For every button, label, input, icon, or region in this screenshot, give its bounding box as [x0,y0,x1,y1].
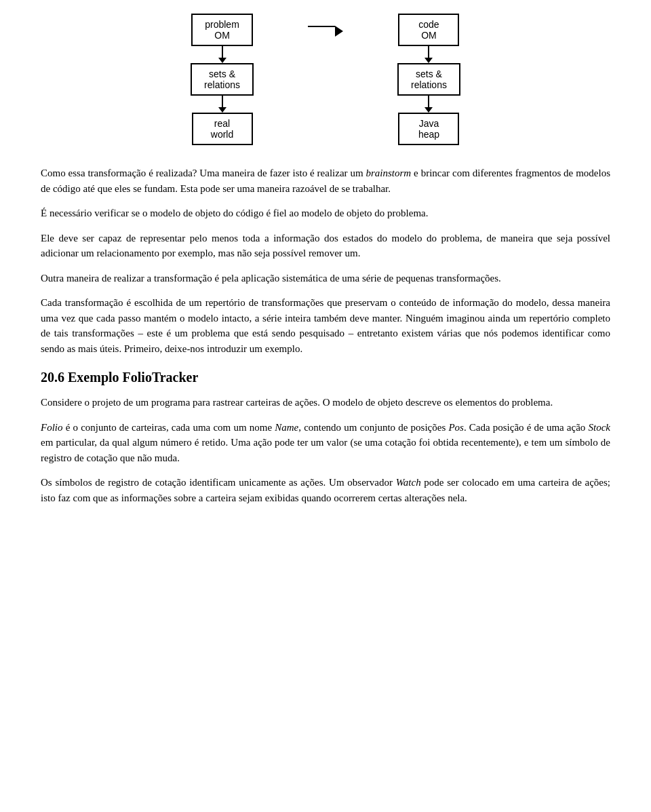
right-sets-relations-box: sets & relations [397,63,460,96]
horizontal-arrow [308,26,343,145]
problem-om-line2: OM [214,30,230,41]
watch-italic: Watch [396,477,421,488]
folio-italic: Folio [41,422,63,433]
real-world-line1: real [214,118,230,129]
name-italic: Name [275,422,298,433]
left-sets-relations-box: sets & relations [191,63,254,96]
paragraph-7: Folio é o conjunto de carteiras, cada um… [41,420,610,466]
section-heading: 20.6 Exemplo FolioTracker [41,370,610,385]
problem-om-line1: problem [205,19,239,30]
left-column: problem OM sets & relations real world [191,14,254,145]
code-om-line1: code [418,19,439,30]
paragraph-2: É necessário verificar se o modelo de ob… [41,206,610,221]
stock-italic: Stock [589,422,610,433]
paragraph-6: Considere o projeto de um programa para … [41,395,610,410]
paragraph-4: Outra maneira de realizar a transformaçã… [41,271,610,286]
code-om-line2: OM [421,30,437,41]
right-sets-line2: relations [411,79,447,90]
paragraph-5: Cada transformação é escolhida de um rep… [41,295,610,356]
paragraph-1: Como essa transformação é realizada? Uma… [41,166,610,196]
java-heap-box: Java heap [398,113,459,145]
right-column: code OM sets & relations Java heap [397,14,460,145]
real-world-box: real world [192,113,253,145]
real-world-line2: world [211,129,233,140]
left-sets-line1: sets & [209,69,235,79]
java-heap-line2: heap [418,129,439,140]
pos-italic: Pos [448,422,464,433]
code-om-box: code OM [398,14,459,46]
left-sets-line2: relations [204,79,240,90]
paragraph-8: Os símbolos de registro de cotação ident… [41,475,610,505]
paragraph-3: Ele deve ser capaz de representar pelo m… [41,231,610,261]
java-heap-line1: Java [419,118,439,129]
right-sets-line1: sets & [416,69,442,79]
diagram: problem OM sets & relations real world [41,14,610,145]
problem-om-box: problem OM [191,14,253,46]
